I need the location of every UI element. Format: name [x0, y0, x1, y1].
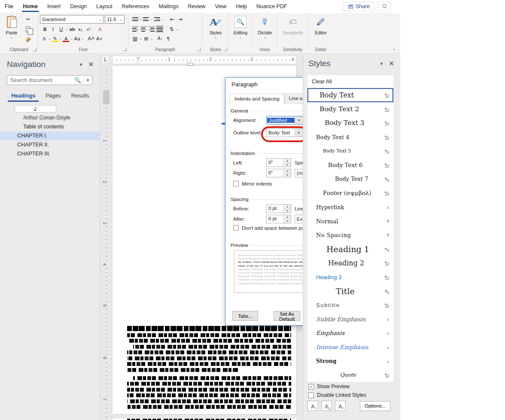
style-emphasis[interactable]: Emphasisa [307, 326, 393, 340]
tab-review[interactable]: Review [183, 0, 210, 13]
line-spacing-combo[interactable]: Exactly▼ [295, 215, 303, 223]
styles-dialog-launcher[interactable] [224, 48, 227, 51]
font-size-combo[interactable]: 11.5⌄ [105, 15, 125, 24]
show-formatting-marks-icon[interactable]: ¶ [164, 35, 172, 42]
underline-icon[interactable]: U [58, 25, 65, 33]
tab-layout[interactable]: Layout [91, 0, 117, 13]
horizontal-ruler[interactable]: 1 2 3 4 [113, 56, 296, 64]
cut-icon[interactable]: ✂ [24, 15, 32, 23]
editor-button[interactable]: 🖉 Editor [310, 15, 332, 35]
text-effects-dropdown[interactable]: ⌄ [48, 37, 51, 40]
comments-button[interactable]: 🗨 [378, 2, 391, 11]
nav-heading-toc[interactable]: Table of contents [0, 122, 100, 131]
decrease-indent-icon[interactable]: ⇤ [168, 15, 176, 23]
borders-icon[interactable]: ⊞ [143, 35, 150, 42]
borders-dropdown[interactable]: ⌄ [150, 37, 153, 40]
style-inspector-button[interactable]: A🔍 [321, 401, 332, 411]
mirror-indents-checkbox[interactable]: Mirror indents [233, 181, 272, 186]
grow-font-icon[interactable]: A˄ [88, 35, 95, 42]
strikethrough-icon[interactable]: ab [69, 25, 76, 33]
nav-heading-chapter-3[interactable]: CHAPTER III. [0, 149, 100, 158]
align-right-icon[interactable] [148, 25, 155, 33]
shrink-font-icon[interactable]: A˅ [96, 35, 103, 42]
style-body-text[interactable]: Body Text¶a [307, 88, 393, 102]
alignment-combo-arrow[interactable]: ▼ [295, 116, 303, 124]
style-title[interactable]: Title¶a [307, 284, 393, 298]
nav-heading-chapter-2[interactable]: CHAPTER II. [0, 140, 100, 149]
disable-linked-styles-checkbox[interactable]: Disable Linked Styles [308, 392, 398, 398]
special-combo[interactable]: (none)▼ [295, 169, 303, 177]
styles-pane-close-icon[interactable]: ✕ [389, 60, 394, 67]
hanging-indent-marker[interactable] [136, 60, 140, 63]
paste-button[interactable]: Paste⌄ [1, 15, 22, 39]
multilevel-list-icon[interactable] [153, 15, 161, 23]
format-painter-icon[interactable] [24, 36, 32, 43]
nav-heading-chapter-1[interactable]: CHAPTER I. [0, 131, 100, 140]
set-as-default-button[interactable]: Set As Default [274, 311, 300, 321]
style-heading-3[interactable]: Heading 3¶a [307, 270, 393, 284]
tab-indents-and-spacing[interactable]: Indents and Spacing [230, 94, 284, 104]
first-line-indent-marker[interactable] [136, 57, 140, 60]
style-body-text-6[interactable]: Body Text 6¶a [307, 158, 393, 172]
clear-formatting-icon[interactable]: A [96, 25, 103, 33]
font-dialog-launcher[interactable] [123, 48, 127, 51]
left-indent-spinner[interactable]: 0"▲▼ [266, 158, 291, 167]
tab-design[interactable]: Design [65, 0, 91, 13]
subscript-icon[interactable]: x₂ [77, 25, 84, 33]
style-subtitle[interactable]: Subtitle¶a [307, 298, 393, 312]
font-color-dropdown[interactable]: ⌄ [70, 37, 73, 40]
styles-pane-dropdown-icon[interactable]: ▼ [374, 61, 389, 66]
tab-insert[interactable]: Insert [43, 0, 65, 13]
paragraph-dialog-launcher[interactable] [197, 48, 201, 51]
clear-all-item[interactable]: Clear All [307, 75, 393, 88]
bold-icon[interactable]: B [41, 25, 49, 33]
search-icon[interactable]: 🔍 [74, 77, 81, 83]
shading-icon[interactable]: ▨ [131, 35, 139, 42]
bullets-icon[interactable] [131, 15, 139, 23]
show-preview-checkbox[interactable]: ✓Show Preview [308, 383, 398, 390]
collapse-heading-button[interactable] [15, 105, 56, 113]
left-indent-marker[interactable] [187, 63, 193, 66]
numbering-dropdown[interactable]: ⌄ [150, 17, 153, 21]
style-heading-1[interactable]: Heading 1¶a [307, 242, 393, 256]
tab-references[interactable]: References [117, 0, 154, 13]
dictate-button[interactable]: 🎙 Dictate⌄ [254, 15, 276, 39]
sort-icon[interactable]: A↓ [156, 35, 164, 42]
numbering-icon[interactable] [143, 15, 150, 23]
tab-line-and-page-breaks[interactable]: Line and Page Breaks [284, 94, 303, 104]
font-name-combo[interactable]: Garamond⌄ [40, 15, 103, 24]
style-body-text-5[interactable]: Body Text 5¶a [307, 144, 393, 158]
justify-icon[interactable] [156, 25, 163, 33]
style-normal[interactable]: Normal¶ [307, 214, 393, 228]
style-body-text-2[interactable]: Body Text 2¶a [307, 102, 393, 116]
style-body-text-7[interactable]: Body Text 7¶a [307, 172, 393, 186]
search-input[interactable]: Search document 🔍 ▼ [7, 75, 93, 85]
tab-home[interactable]: Home [18, 0, 43, 13]
style-subtle-emphasis[interactable]: Subtle Emphasisa [307, 312, 393, 326]
alignment-combo[interactable]: Justified▼ [266, 116, 303, 125]
align-left-icon[interactable] [131, 25, 139, 33]
share-button[interactable]: 🖄Share [343, 2, 374, 11]
line-spacing-icon[interactable]: ⇅ [168, 25, 175, 33]
underline-dropdown[interactable]: ⌄ [65, 27, 68, 31]
copy-icon[interactable] [24, 26, 32, 33]
navigation-pane-close-icon[interactable]: ✕ [88, 61, 94, 68]
highlight-dropdown[interactable]: ⌄ [59, 37, 62, 40]
style-body-text-3[interactable]: Body Text 3¶a [307, 116, 393, 130]
increase-indent-icon[interactable]: ⇥ [176, 15, 184, 23]
style-heading-2[interactable]: Heading 2¶a [307, 256, 393, 270]
nav-tab-headings[interactable]: Headings [7, 91, 40, 102]
tab-file[interactable]: File [0, 0, 18, 13]
multilevel-dropdown[interactable]: ⌄ [161, 17, 164, 21]
nav-tab-pages[interactable]: Pages [41, 91, 65, 102]
shading-dropdown[interactable]: ⌄ [139, 37, 142, 40]
tab-help[interactable]: Help [231, 0, 252, 13]
styles-button[interactable]: A🖉 Styles⌄ [205, 15, 226, 39]
before-spinner[interactable]: 0 pt▲▼ [266, 204, 291, 213]
editing-button[interactable]: 🔍 Editing⌄ [230, 15, 251, 39]
tabs-button[interactable]: Tabs... [232, 311, 258, 321]
after-spinner[interactable]: 0 pt▲▼ [266, 215, 291, 223]
clipboard-dialog-launcher[interactable] [33, 48, 37, 51]
change-case-icon[interactable]: Aa [73, 35, 81, 42]
options-button[interactable]: Options... [360, 401, 390, 411]
